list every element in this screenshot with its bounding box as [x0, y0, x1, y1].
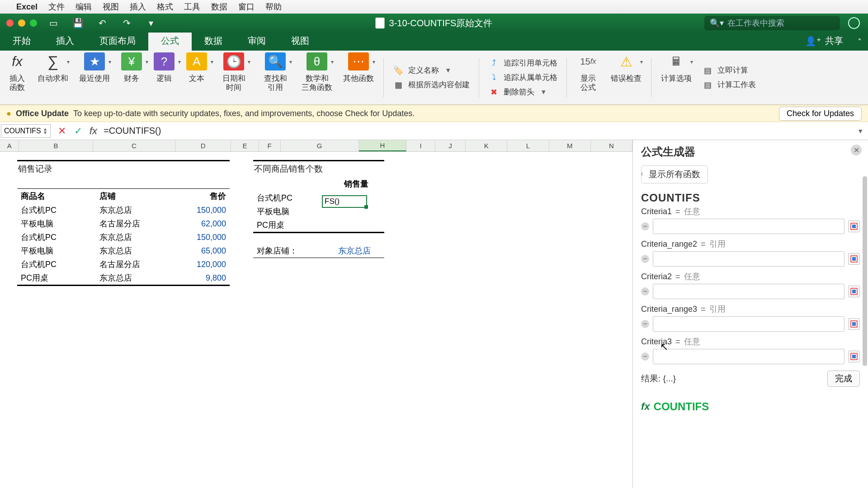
feedback-icon[interactable]: [848, 17, 860, 29]
col-head-J[interactable]: J: [435, 140, 466, 151]
expand-formula-bar-icon[interactable]: ▼: [857, 127, 863, 135]
col-head-B[interactable]: B: [19, 140, 93, 151]
col-head-K[interactable]: K: [466, 140, 507, 151]
zoom-window-icon[interactable]: [30, 19, 37, 27]
finance-button[interactable]: ¥▾ 财务: [117, 51, 146, 104]
datetime-button[interactable]: 🕒▾ 日期和 时间: [214, 51, 253, 104]
range-picker-icon[interactable]: [848, 253, 860, 265]
arg-input-1[interactable]: [653, 251, 844, 267]
close-panel-icon[interactable]: ✕: [851, 145, 862, 155]
other-button[interactable]: ⋯▾ 其他函数: [339, 51, 378, 104]
remove-arg-icon[interactable]: −: [641, 352, 649, 361]
col-head-H[interactable]: H: [359, 140, 407, 151]
logic-button[interactable]: ?▾ 逻辑: [149, 51, 179, 104]
range-picker-icon[interactable]: [848, 351, 860, 362]
redo-icon[interactable]: ↷: [118, 17, 135, 29]
table-row[interactable]: PC用桌: [253, 218, 384, 232]
range-picker-icon[interactable]: [848, 221, 860, 232]
save-icon[interactable]: 💾: [70, 17, 86, 29]
fx-label-icon[interactable]: fx: [90, 125, 97, 137]
lookup-button[interactable]: 🔍▾ 查找和 引用: [256, 51, 295, 104]
arg-input-4[interactable]: [653, 349, 844, 364]
active-cell[interactable]: FS(): [322, 195, 367, 208]
menu-format[interactable]: 格式: [157, 1, 173, 12]
table-row[interactable]: 平板电脑东京总店65,000: [17, 244, 230, 258]
tab-review[interactable]: 审阅: [235, 31, 278, 51]
tab-insert[interactable]: 插入: [43, 31, 87, 51]
col-head-D[interactable]: D: [175, 140, 231, 151]
menu-insert[interactable]: 插入: [130, 1, 146, 12]
page-icon[interactable]: ▭: [45, 17, 61, 29]
calc-now-button[interactable]: ▤立即计算: [702, 64, 756, 77]
menu-file[interactable]: 文件: [48, 1, 65, 12]
confirm-edit-icon[interactable]: ✓: [74, 125, 82, 137]
arg-input-2[interactable]: [653, 284, 844, 299]
table-row[interactable]: 平板电脑名古屋分店62,000: [17, 217, 230, 230]
done-button[interactable]: 完成: [827, 371, 860, 387]
table-row[interactable]: 台式机PC东京总店150,000: [17, 230, 230, 244]
tab-view[interactable]: 视图: [278, 31, 322, 51]
menu-help[interactable]: 帮助: [265, 1, 282, 12]
workbook-search[interactable]: 🔍▾ 在工作表中搜索: [704, 16, 840, 30]
menu-edit[interactable]: 编辑: [75, 1, 92, 12]
col-head-G[interactable]: G: [281, 140, 359, 151]
undo-icon[interactable]: ↶: [94, 17, 110, 29]
arg-input-3[interactable]: [653, 316, 844, 332]
table-row[interactable]: 台式机PC东京总店150,000: [17, 203, 230, 217]
collapse-ribbon-icon[interactable]: ˄: [851, 33, 868, 51]
error-check-button[interactable]: ⚠▾ 错误检查: [607, 51, 646, 104]
range-picker-icon[interactable]: [848, 286, 860, 297]
check-updates-button[interactable]: Check for Updates: [779, 107, 862, 121]
column-headers[interactable]: ABCDEFGHIJKLMN: [0, 140, 632, 152]
trace-dependents-button[interactable]: ⤵追踪从属单元格: [488, 71, 557, 84]
col-head-A[interactable]: A: [0, 140, 19, 151]
show-all-functions-button[interactable]: 显示所有函数: [641, 165, 708, 183]
tab-formulas[interactable]: 公式: [148, 31, 192, 51]
range-picker-icon[interactable]: [848, 318, 860, 330]
math-button[interactable]: θ▾ 数学和 三角函数: [297, 51, 336, 104]
tab-layout[interactable]: 页面布局: [87, 31, 148, 51]
col-head-F[interactable]: F: [259, 140, 281, 151]
tab-data[interactable]: 数据: [192, 31, 235, 51]
menu-window[interactable]: 窗口: [238, 1, 255, 12]
menu-data[interactable]: 数据: [211, 1, 227, 12]
text-button[interactable]: A▾ 文本: [182, 51, 212, 104]
col-head-C[interactable]: C: [93, 140, 176, 151]
panel-scrollbar[interactable]: [863, 176, 867, 366]
autosum-button[interactable]: ∑▾ 自动求和: [33, 51, 72, 104]
col-head-M[interactable]: M: [549, 140, 591, 151]
insert-function-button[interactable]: fx 插入 函数: [4, 51, 31, 104]
col-head-E[interactable]: E: [231, 140, 259, 151]
table-row[interactable]: PC用桌东京总店9,800: [17, 271, 230, 285]
calc-sheet-button[interactable]: ▤计算工作表: [702, 78, 756, 92]
remove-arg-icon[interactable]: −: [641, 287, 649, 296]
show-formulas-button[interactable]: 15fx 显示 公式: [572, 51, 604, 104]
calc-options-button[interactable]: 🖩▾ 计算选项: [657, 51, 696, 104]
create-from-selection-button[interactable]: ▦根据所选内容创建: [393, 78, 470, 92]
table-row[interactable]: 台式机PC名古屋分店120,000: [17, 258, 230, 271]
remove-arg-icon[interactable]: −: [641, 320, 649, 328]
qat-dropdown-icon[interactable]: ▾: [143, 17, 159, 29]
formula-text[interactable]: =COUNTIFS(): [104, 126, 161, 136]
recent-button[interactable]: ★▾ 最近使用: [75, 51, 114, 104]
arg-input-0[interactable]: [653, 219, 844, 234]
cancel-edit-icon[interactable]: ✕: [58, 125, 66, 137]
close-window-icon[interactable]: [6, 19, 14, 27]
menu-view[interactable]: 视图: [103, 1, 119, 12]
col-head-N[interactable]: N: [591, 140, 632, 151]
fill-handle[interactable]: [364, 205, 368, 209]
minimize-window-icon[interactable]: [18, 19, 25, 27]
col-head-I[interactable]: I: [406, 140, 435, 151]
name-box[interactable]: COUNTIFS ▲▼: [1, 124, 51, 138]
remove-arrows-button[interactable]: ✖删除箭头▾: [488, 85, 557, 99]
menu-tools[interactable]: 工具: [184, 1, 200, 12]
name-box-stepper-icon[interactable]: ▲▼: [43, 127, 47, 135]
remove-arg-icon[interactable]: −: [641, 222, 649, 230]
worksheet[interactable]: ABCDEFGHIJKLMN 销售记录 商品名 店铺 售价 台式机PC东京总店1…: [0, 140, 633, 488]
define-name-button[interactable]: 🏷️定义名称▾: [393, 64, 470, 77]
tab-home[interactable]: 开始: [0, 31, 43, 51]
share-button[interactable]: 👤⁺共享: [797, 31, 851, 51]
col-head-L[interactable]: L: [507, 140, 549, 151]
trace-precedents-button[interactable]: ⤴追踪引用单元格: [488, 56, 557, 70]
remove-arg-icon[interactable]: −: [641, 255, 649, 263]
